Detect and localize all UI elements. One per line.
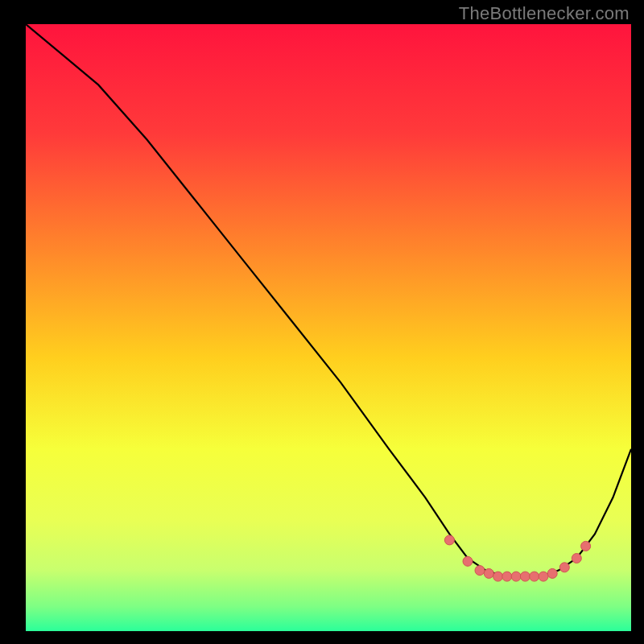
chart-stage: { "attribution": "TheBottlenecker.com", … xyxy=(0,0,644,644)
marker-dot xyxy=(475,566,485,576)
marker-dot xyxy=(547,568,557,578)
marker-dot xyxy=(463,556,473,566)
attribution-label: TheBottlenecker.com xyxy=(459,3,630,24)
marker-dot xyxy=(520,572,530,581)
marker-dot xyxy=(572,554,581,564)
bottleneck-chart xyxy=(0,0,644,644)
marker-dot xyxy=(530,572,539,581)
marker-dot xyxy=(493,572,503,581)
marker-dot xyxy=(539,572,548,581)
marker-dot xyxy=(581,541,591,551)
marker-dot xyxy=(444,535,454,545)
marker-dot xyxy=(511,572,521,581)
plot-area xyxy=(26,24,631,631)
marker-dot xyxy=(502,572,512,581)
marker-dot xyxy=(559,563,569,572)
marker-dot xyxy=(484,568,493,578)
